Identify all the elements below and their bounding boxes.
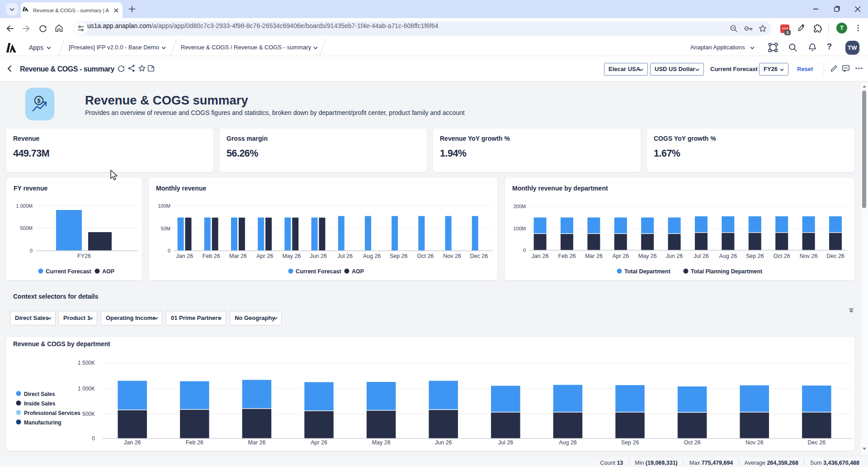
svg-text:Jan 26: Jan 26 [124,439,141,446]
svg-text:Jan 26: Jan 26 [532,253,549,259]
svg-text:Jul 26: Jul 26 [693,253,708,259]
svg-text:Aug 26: Aug 26 [559,439,577,446]
svg-text:200M: 200M [513,204,526,209]
svg-text:May 26: May 26 [282,253,301,259]
svg-text:Mar 26: Mar 26 [248,439,266,446]
svg-text:Nov 26: Nov 26 [745,439,764,446]
svg-text:Apr 26: Apr 26 [311,439,327,446]
svg-text:Dec 26: Dec 26 [826,253,844,259]
svg-text:Total Planning Department: Total Planning Department [691,268,763,275]
svg-text:Sep 26: Sep 26 [621,439,639,446]
svg-text:Oct 26: Oct 26 [684,439,701,446]
svg-text:0: 0 [30,248,33,253]
svg-text:Sep 26: Sep 26 [390,253,408,259]
svg-text:Jun 26: Jun 26 [310,253,327,259]
svg-text:Total Department: Total Department [624,268,671,275]
svg-text:Oct 26: Oct 26 [417,253,434,259]
svg-text:Mar 26: Mar 26 [229,253,247,259]
svg-text:Dec 26: Dec 26 [470,253,488,259]
svg-text:100M: 100M [158,203,170,209]
svg-text:Jun 26: Jun 26 [435,439,452,446]
svg-text:Apr 26: Apr 26 [612,253,629,259]
svg-text:Jun 26: Jun 26 [666,253,683,259]
svg-text:May 26: May 26 [638,253,657,259]
svg-text:Aug 26: Aug 26 [719,253,737,259]
svg-text:1 000M: 1 000M [16,203,33,209]
svg-text:May 26: May 26 [372,439,391,446]
svg-text:Feb 26: Feb 26 [186,439,203,446]
svg-text:Dec 26: Dec 26 [808,439,826,446]
svg-text:Jul 26: Jul 26 [498,439,513,446]
svg-text:50M: 50M [161,226,170,231]
svg-text:Apr 26: Apr 26 [256,253,273,259]
svg-text:$: $ [37,97,41,104]
svg-text:500K: 500K [82,411,95,417]
svg-text:Oct 26: Oct 26 [774,253,790,259]
svg-text:500M: 500M [20,225,33,231]
svg-text:FY26: FY26 [77,253,91,259]
svg-text:Current Forecast: Current Forecast [296,268,342,275]
svg-text:Feb 26: Feb 26 [203,253,220,259]
svg-text:1 500K: 1 500K [78,360,95,366]
svg-text:AOP: AOP [102,268,114,275]
svg-text:0: 0 [168,248,170,253]
svg-text:Current Forecast: Current Forecast [46,268,92,275]
svg-text:Feb 26: Feb 26 [558,253,576,259]
svg-text:Mar 26: Mar 26 [585,253,603,259]
svg-text:Nov 26: Nov 26 [443,253,461,259]
svg-text:Aug 26: Aug 26 [363,253,381,259]
svg-text:Sep 26: Sep 26 [746,253,764,259]
svg-text:Nov 26: Nov 26 [800,253,818,259]
svg-text:Jul 26: Jul 26 [338,253,353,259]
svg-text:Direct Sales: Direct Sales [24,391,55,397]
svg-text:0: 0 [92,435,95,442]
svg-text:100M: 100M [513,226,526,231]
svg-text:Manufacturing: Manufacturing [24,419,61,426]
svg-text:Inside Sales: Inside Sales [24,400,56,407]
svg-text:AOP: AOP [352,268,364,275]
svg-text:0: 0 [523,248,526,253]
svg-text:Jan 26: Jan 26 [176,253,193,259]
svg-text:Professional Services: Professional Services [24,410,80,416]
svg-text:1 000K: 1 000K [78,386,95,392]
